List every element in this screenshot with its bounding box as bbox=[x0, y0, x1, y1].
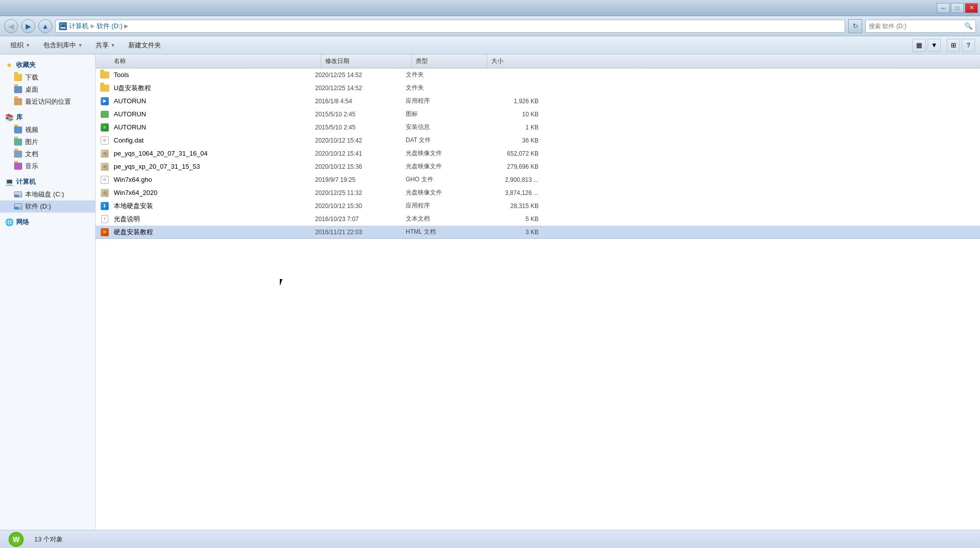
sidebar-item-video[interactable]: 视频 bbox=[0, 124, 95, 136]
table-row[interactable]: ◎ Win7x64_2020 2020/12/25 11:32 光盘映像文件 3… bbox=[96, 186, 980, 199]
file-modified: 2020/10/12 15:30 bbox=[311, 202, 402, 210]
up-icon: ▲ bbox=[42, 22, 49, 30]
up-button[interactable]: ▲ bbox=[38, 19, 52, 33]
breadcrumb-dropdown-icon[interactable]: ▶ bbox=[124, 23, 128, 29]
file-size: 2,900,813 ... bbox=[477, 176, 543, 183]
file-modified: 2016/10/23 7:07 bbox=[311, 216, 402, 223]
file-name: Config.dat bbox=[110, 136, 311, 144]
table-row[interactable]: H 硬盘安装教程 2016/11/21 22:03 HTML 文档 3 KB bbox=[96, 226, 980, 239]
table-row[interactable]: AUTORUN 2015/5/10 2:45 图标 10 KB bbox=[96, 108, 980, 121]
table-row[interactable]: ◎ pe_yqs_1064_20_07_31_16_04 2020/10/12 … bbox=[96, 147, 980, 160]
file-name: AUTORUN bbox=[110, 110, 311, 118]
file-modified: 2020/12/25 14:52 bbox=[311, 72, 402, 79]
computer-icon: 💻 bbox=[5, 178, 13, 186]
sidebar-item-downloads[interactable]: 下载 bbox=[0, 72, 95, 84]
file-modified: 2015/5/10 2:45 bbox=[311, 124, 402, 131]
file-icon-gho: G bbox=[100, 175, 110, 185]
file-size: 10 KB bbox=[477, 111, 543, 118]
table-row[interactable]: T 光盘说明 2016/10/23 7:07 文本文档 5 KB bbox=[96, 213, 980, 226]
view-button[interactable]: ▦ bbox=[913, 39, 926, 52]
breadcrumb-drive-link[interactable]: 软件 (D:) bbox=[97, 22, 122, 31]
library-icon: 📚 bbox=[5, 113, 13, 121]
file-modified: 2015/5/10 2:45 bbox=[311, 111, 402, 118]
music-icon bbox=[14, 162, 22, 170]
sidebar-group-library[interactable]: 📚 库 bbox=[0, 111, 95, 124]
table-row[interactable]: G Win7x64.gho 2019/9/7 19:25 GHO 文件 2,90… bbox=[96, 173, 980, 186]
breadcrumb-computer-link[interactable]: 计算机 bbox=[69, 22, 89, 31]
breadcrumb: 💻 计算机 ▶ 软件 (D:) ▶ bbox=[55, 20, 845, 33]
sidebar-item-pictures[interactable]: 图片 bbox=[0, 136, 95, 148]
file-name: Win7x64.gho bbox=[110, 176, 311, 183]
library-label: 库 bbox=[16, 113, 23, 122]
table-row[interactable]: ≡ AUTORUN 2015/5/10 2:45 安装信息 1 KB bbox=[96, 121, 980, 134]
recent-folder-icon bbox=[14, 98, 22, 106]
file-name: 硬盘安装教程 bbox=[110, 228, 311, 237]
favorites-star-icon: ★ bbox=[5, 61, 13, 69]
toolbar-right: ▦ ▼ ⊞ ? bbox=[913, 39, 975, 52]
include-in-library-label: 包含到库中 bbox=[43, 41, 76, 50]
search-icon[interactable]: 🔍 bbox=[964, 22, 972, 30]
sidebar-item-recent[interactable]: 最近访问的位置 bbox=[0, 96, 95, 108]
share-arrow-icon: ▼ bbox=[111, 43, 115, 48]
organize-button[interactable]: 组织 ▼ bbox=[5, 39, 36, 52]
file-name: pe_yqs_1064_20_07_31_16_04 bbox=[110, 150, 311, 157]
title-bar: ─ □ ✕ bbox=[0, 0, 980, 16]
file-name: U盘安装教程 bbox=[110, 84, 311, 93]
file-name: 光盘说明 bbox=[110, 215, 311, 224]
refresh-button[interactable]: ↻ bbox=[848, 19, 862, 33]
include-in-library-button[interactable]: 包含到库中 ▼ bbox=[38, 39, 88, 52]
desktop-folder-icon bbox=[14, 86, 22, 94]
breadcrumb-computer-icon: 💻 bbox=[59, 22, 67, 30]
file-icon-setup: ≡ bbox=[100, 122, 110, 132]
pictures-icon bbox=[14, 138, 22, 146]
file-type: 安装信息 bbox=[402, 123, 477, 131]
column-modified[interactable]: 修改日期 bbox=[321, 54, 412, 68]
preview-button[interactable]: ⊞ bbox=[947, 39, 960, 52]
new-folder-label: 新建文件夹 bbox=[128, 41, 161, 50]
file-type: 图标 bbox=[402, 110, 477, 118]
view-dropdown-button[interactable]: ▼ bbox=[928, 39, 941, 52]
sidebar: ★ 收藏夹 下载 桌面 最近访问的位置 bbox=[0, 54, 96, 530]
table-row[interactable]: ▶ AUTORUN 2016/1/8 4:54 应用程序 1,926 KB bbox=[96, 95, 980, 108]
sidebar-item-documents[interactable]: 文档 bbox=[0, 148, 95, 160]
sidebar-item-drive-c[interactable]: 本地磁盘 (C:) bbox=[0, 188, 95, 200]
search-input[interactable] bbox=[869, 23, 964, 30]
maximize-button[interactable]: □ bbox=[951, 3, 964, 13]
sidebar-item-drive-d[interactable]: 软件 (D:) bbox=[0, 200, 95, 213]
file-type: 文件夹 bbox=[402, 84, 477, 92]
share-button[interactable]: 共享 ▼ bbox=[90, 39, 121, 52]
sidebar-group-computer[interactable]: 💻 计算机 bbox=[0, 175, 95, 188]
file-size: 3,874,126 ... bbox=[477, 189, 543, 196]
table-row[interactable]: Tools 2020/12/25 14:52 文件夹 bbox=[96, 68, 980, 82]
drive-d-icon bbox=[14, 202, 22, 211]
table-row[interactable]: ◎ pe_yqs_xp_20_07_31_15_53 2020/10/12 15… bbox=[96, 160, 980, 173]
search-box[interactable]: 🔍 bbox=[865, 20, 976, 33]
table-row[interactable]: D Config.dat 2020/10/12 15:42 DAT 文件 36 … bbox=[96, 134, 980, 147]
help-button[interactable]: ? bbox=[962, 39, 975, 52]
file-size: 1 KB bbox=[477, 124, 543, 131]
include-in-library-arrow-icon: ▼ bbox=[78, 43, 83, 48]
column-type[interactable]: 类型 bbox=[412, 54, 487, 68]
file-name: AUTORUN bbox=[110, 97, 311, 105]
column-name[interactable]: 名称 bbox=[110, 54, 321, 68]
file-size: 652,072 KB bbox=[477, 150, 543, 157]
table-row[interactable]: ⬇ 本地硬盘安装 2020/10/12 15:30 应用程序 28,315 KB bbox=[96, 199, 980, 213]
breadcrumb-separator-1: ▶ bbox=[91, 23, 95, 29]
back-button[interactable]: ◀ bbox=[4, 19, 18, 33]
file-icon-localinstall: ⬇ bbox=[100, 201, 110, 211]
column-size[interactable]: 大小 bbox=[487, 54, 553, 68]
minimize-button[interactable]: ─ bbox=[937, 3, 950, 13]
sidebar-item-music[interactable]: 音乐 bbox=[0, 160, 95, 172]
sidebar-item-recent-label: 最近访问的位置 bbox=[25, 97, 71, 106]
close-button[interactable]: ✕ bbox=[965, 3, 978, 13]
sidebar-group-favorites[interactable]: ★ 收藏夹 bbox=[0, 58, 95, 72]
table-row[interactable]: U盘安装教程 2020/12/25 14:52 文件夹 bbox=[96, 82, 980, 95]
sidebar-item-desktop[interactable]: 桌面 bbox=[0, 84, 95, 96]
sidebar-group-network[interactable]: 🌐 网络 bbox=[0, 216, 95, 229]
file-type: HTML 文档 bbox=[402, 228, 477, 236]
forward-button[interactable]: ▶ bbox=[21, 19, 35, 33]
sidebar-section-library: 📚 库 视频 图片 文档 bbox=[0, 111, 95, 172]
status-count: 13 个对象 bbox=[34, 535, 63, 544]
new-folder-button[interactable]: 新建文件夹 bbox=[123, 39, 167, 52]
file-icon-exe: ▶ bbox=[100, 96, 110, 106]
